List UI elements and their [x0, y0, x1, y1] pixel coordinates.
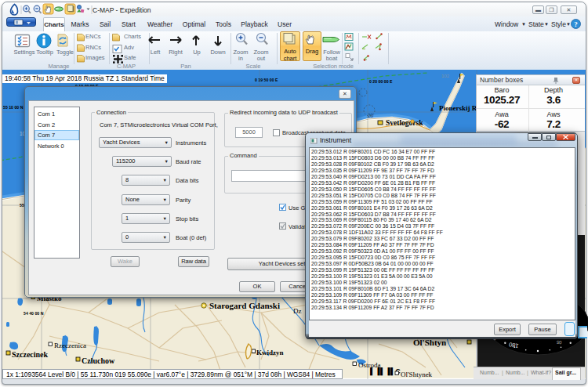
svg-text:Kwidzyn: Kwidzyn: [256, 349, 284, 356]
svg-text:Ol'Shtynek: Ol'Shtynek: [401, 371, 433, 378]
svg-text:0 19 50 00 E: 0 19 50 00 E: [255, 78, 278, 82]
svg-text:?: ?: [574, 20, 578, 28]
svg-text:20: 20: [368, 113, 374, 118]
svg-text:Czluchow: Czluchow: [82, 356, 115, 365]
svg-text:55 10 00 N: 55 10 00 N: [3, 105, 24, 110]
svg-text:Rzeczenica: Rzeczenica: [54, 342, 86, 349]
svg-text:Svetlogorsk: Svetlogorsk: [386, 119, 423, 127]
svg-text:Dz: Dz: [293, 307, 302, 315]
svg-text:Szczecinek: Szczecinek: [12, 350, 49, 359]
svg-text:0 20 00 00 E: 0 20 00 00 E: [369, 79, 393, 84]
svg-text:54 40 00 N: 54 40 00 N: [24, 311, 44, 316]
svg-text:102: 102: [441, 74, 450, 78]
svg-text:Starogard Gdanski: Starogard Gdanski: [209, 301, 280, 310]
svg-text:Pionerskij R: Pionerskij R: [439, 104, 477, 112]
